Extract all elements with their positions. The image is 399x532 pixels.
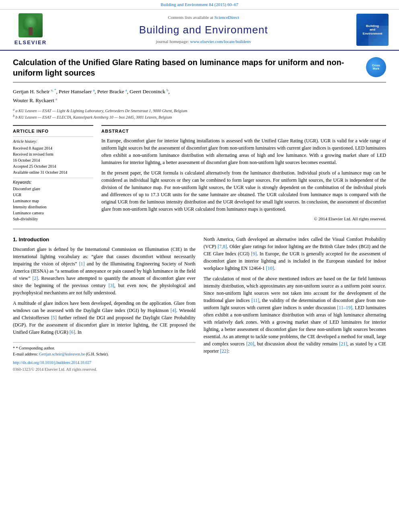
affiliation-b: b b KU Leuven — ESAT — ELECTA, Kasteelpa… xyxy=(13,114,386,120)
email-link[interactable]: Gertjan.scheir@kuleuven.be xyxy=(39,352,85,356)
corresponding-author-note: * * Corresponding author. xyxy=(13,345,195,351)
keyword-4: Intensity distribution xyxy=(13,204,93,210)
article-title-section: Calculation of the Unified Glare Rating … xyxy=(13,57,386,82)
received-date: Received 8 August 2014 xyxy=(13,145,93,151)
available-online: Available online 31 October 2014 xyxy=(13,169,93,175)
crossmark-icon: CrossMark xyxy=(366,57,386,77)
keyword-3: Luminance map xyxy=(13,198,93,204)
keywords-title: Keywords: xyxy=(13,180,93,185)
body-two-col: 1. Introduction Discomfort glare is defi… xyxy=(13,236,386,373)
history-label: Article history: xyxy=(13,138,93,144)
affiliation-a: a a KU Leuven — ESAT — Light & Lighting … xyxy=(13,107,386,114)
abstract-panel: ABSTRACT In Europe, discomfort glare for… xyxy=(101,125,386,222)
keyword-1: Discomfort glare xyxy=(13,186,93,192)
affiliations: a a KU Leuven — ESAT — Light & Lighting … xyxy=(13,107,386,121)
section-divider xyxy=(13,229,386,229)
abstract-para-2: In the present paper, the UGR formula is… xyxy=(101,169,386,213)
received-revised-label: Received in revised form xyxy=(13,151,93,157)
article-history: Article history: Received 8 August 2014 … xyxy=(13,136,93,175)
revised-date: 16 October 2014 xyxy=(13,157,93,163)
journal-thumbnail-area: BuildingandEnvironment xyxy=(352,13,393,46)
accepted-date: Accepted 25 October 2014 xyxy=(13,163,93,169)
elsevier-tree-icon xyxy=(19,13,43,37)
journal-homepage-link[interactable]: www.elsevier.com/locate/buildenv xyxy=(190,39,251,44)
sciencedirect-anchor[interactable]: ScienceDirect xyxy=(214,15,239,20)
star-icon: * xyxy=(13,346,15,350)
intro-para-3: North America, Guth developed an alterna… xyxy=(204,236,386,272)
abstract-text: In Europe, discomfort glare for interior… xyxy=(101,137,386,213)
article-info-title: ARTICLE INFO xyxy=(13,128,93,134)
info-abstract-section: ARTICLE INFO Article history: Received 8… xyxy=(13,125,386,222)
journal-thumb-label: BuildingandEnvironment xyxy=(363,24,383,36)
sciencedirect-link: Contents lists available at ScienceDirec… xyxy=(168,14,239,21)
journal-title-area: Contents lists available at ScienceDirec… xyxy=(55,13,352,46)
journal-title: Building and Environment xyxy=(139,23,268,37)
main-content: Calculation of the Unified Glare Rating … xyxy=(0,51,399,379)
doi-link[interactable]: http://dx.doi.org/10.1016/j.buildenv.201… xyxy=(13,359,195,366)
elsevier-logo: ELSEVIER xyxy=(14,13,47,46)
keyword-2: UGR xyxy=(13,192,93,198)
email-footnote: E-mail address: Gertjan.scheir@kuleuven.… xyxy=(13,351,195,357)
publisher-logo-area: ELSEVIER xyxy=(6,13,55,46)
intro-para-4: The calculation of most of the above men… xyxy=(204,275,386,355)
article-info-panel: ARTICLE INFO Article history: Received 8… xyxy=(13,125,93,222)
journal-thumbnail: BuildingandEnvironment xyxy=(356,14,389,46)
keyword-5: Luminance camera xyxy=(13,210,93,216)
keyword-6: Sub-divisibility xyxy=(13,216,93,222)
journal-header: ELSEVIER Contents lists available at Sci… xyxy=(0,10,399,50)
section-1-heading: 1. Introduction xyxy=(13,236,195,244)
doi-anchor[interactable]: http://dx.doi.org/10.1016/j.buildenv.201… xyxy=(13,360,91,365)
journal-citation-bar: Building and Environment 84 (2015) 60–67 xyxy=(0,0,399,10)
copyright-notice: © 2014 Elsevier Ltd. All rights reserved… xyxy=(101,216,386,222)
journal-homepage: journal homepage: www.elsevier.com/locat… xyxy=(156,39,251,45)
body-left-col: 1. Introduction Discomfort glare is defi… xyxy=(13,236,195,373)
crossmark-badge: CrossMark xyxy=(366,57,386,77)
article-title: Calculation of the Unified Glare Rating … xyxy=(13,57,360,78)
elsevier-wordmark: ELSEVIER xyxy=(14,39,47,46)
keywords-section: Keywords: Discomfort glare UGR Luminance… xyxy=(13,178,93,222)
abstract-para-1: In Europe, discomfort glare for interior… xyxy=(101,137,386,166)
authors-line: Gertjan H. Scheir a, *, Peter Hanselaer … xyxy=(13,87,386,105)
intro-para-1: Discomfort glare is defined by the Inter… xyxy=(13,246,195,296)
footnote-area: * * Corresponding author. E-mail address… xyxy=(13,342,195,372)
issn-line: 0360-1323/© 2014 Elsevier Ltd. All right… xyxy=(13,366,195,372)
abstract-title: ABSTRACT xyxy=(101,128,386,134)
journal-citation: Building and Environment 84 (2015) 60–67 xyxy=(160,2,238,7)
intro-para-2: A multitude of glare indices have been d… xyxy=(13,300,195,336)
body-right-col: North America, Guth developed an alterna… xyxy=(204,236,386,373)
